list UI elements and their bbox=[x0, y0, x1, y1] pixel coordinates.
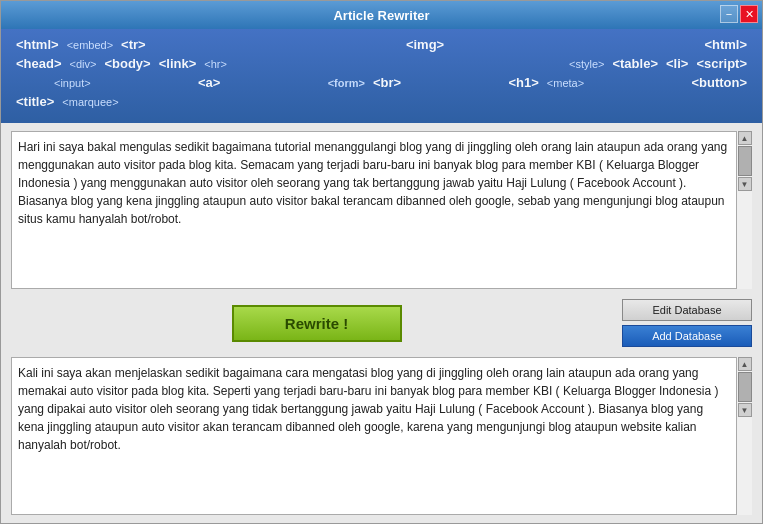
tags-row-4: <title> <marquee> bbox=[16, 94, 747, 109]
tag-div: <div> bbox=[70, 58, 97, 70]
tag-link: <link> bbox=[159, 56, 197, 71]
tag-html2: <html> bbox=[704, 37, 747, 52]
tag-style: <style> bbox=[569, 58, 604, 70]
output-scroll-thumb[interactable] bbox=[738, 372, 752, 402]
tag-a: <a> bbox=[198, 75, 220, 90]
tag-marquee: <marquee> bbox=[62, 96, 118, 108]
tag-hr: <hr> bbox=[204, 58, 227, 70]
input-scrollbar[interactable]: ▲ ▼ bbox=[736, 131, 752, 289]
output-scroll-up-arrow[interactable]: ▲ bbox=[738, 357, 752, 371]
input-container: ▲ ▼ bbox=[11, 131, 752, 289]
tag-table: <table> bbox=[612, 56, 658, 71]
tag-html1: <html> bbox=[16, 37, 59, 52]
title-bar: Article Rewriter − ✕ bbox=[1, 1, 762, 29]
tags-row-2: <head> <div> <body> <link> <hr> <style> … bbox=[16, 56, 747, 71]
controls-row: Rewrite ! Edit Database Add Database bbox=[11, 295, 752, 351]
tags-row-3: <input> <a> <form> <br> <h1> <meta> <but… bbox=[16, 75, 747, 90]
window-controls: − ✕ bbox=[720, 5, 758, 23]
rewrite-btn-container: Rewrite ! bbox=[11, 305, 622, 342]
output-container: ▲ ▼ bbox=[11, 357, 752, 515]
rewrite-button[interactable]: Rewrite ! bbox=[232, 305, 402, 342]
tag-meta: <meta> bbox=[547, 77, 584, 89]
tag-script: <script> bbox=[696, 56, 747, 71]
tag-img: <img> bbox=[406, 37, 444, 52]
database-buttons: Edit Database Add Database bbox=[622, 299, 752, 347]
tag-title: <title> bbox=[16, 94, 54, 109]
add-database-button[interactable]: Add Database bbox=[622, 325, 752, 347]
tag-tr: <tr> bbox=[121, 37, 146, 52]
tag-embed: <embed> bbox=[67, 39, 113, 51]
output-scrollbar[interactable]: ▲ ▼ bbox=[736, 357, 752, 515]
tag-form: <form> bbox=[328, 77, 365, 89]
edit-database-button[interactable]: Edit Database bbox=[622, 299, 752, 321]
tag-br: <br> bbox=[373, 75, 401, 90]
scroll-thumb[interactable] bbox=[738, 146, 752, 176]
tag-input: <input> bbox=[54, 77, 91, 89]
tag-h1: <h1> bbox=[508, 75, 538, 90]
output-textarea[interactable] bbox=[11, 357, 752, 515]
input-textarea[interactable] bbox=[11, 131, 752, 289]
scroll-up-arrow[interactable]: ▲ bbox=[738, 131, 752, 145]
close-button[interactable]: ✕ bbox=[740, 5, 758, 23]
tags-row-1: <html> <embed> <tr> <img> <html> bbox=[16, 37, 747, 52]
scroll-down-arrow[interactable]: ▼ bbox=[738, 177, 752, 191]
tag-li: <li> bbox=[666, 56, 688, 71]
window-title: Article Rewriter bbox=[333, 8, 429, 23]
output-scroll-down-arrow[interactable]: ▼ bbox=[738, 403, 752, 417]
content-area: ▲ ▼ Rewrite ! Edit Database Add Database… bbox=[1, 123, 762, 523]
tag-button: <button> bbox=[691, 75, 747, 90]
tag-body: <body> bbox=[104, 56, 150, 71]
tags-header: <html> <embed> <tr> <img> <html> <head> … bbox=[1, 29, 762, 123]
main-window: Article Rewriter − ✕ <html> <embed> <tr>… bbox=[0, 0, 763, 524]
tag-head: <head> bbox=[16, 56, 62, 71]
minimize-button[interactable]: − bbox=[720, 5, 738, 23]
